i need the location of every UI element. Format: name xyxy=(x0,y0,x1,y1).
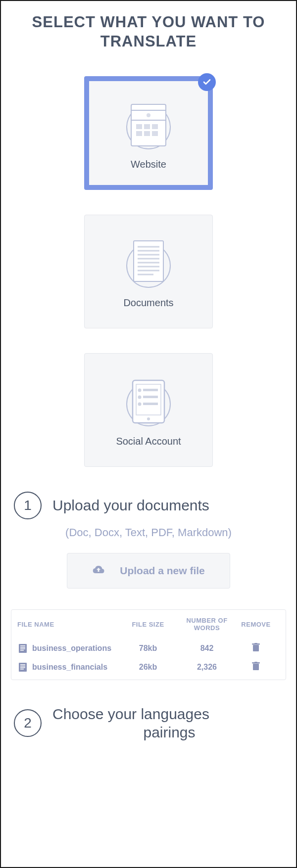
file-words: 842 xyxy=(175,644,239,653)
svg-rect-32 xyxy=(20,645,25,646)
document-icon xyxy=(116,234,181,293)
svg-point-29 xyxy=(138,403,142,406)
svg-rect-33 xyxy=(20,647,25,648)
svg-point-25 xyxy=(138,389,142,392)
file-icon xyxy=(15,662,30,672)
option-website[interactable]: Website xyxy=(84,76,213,190)
trash-icon xyxy=(252,643,260,652)
step-1-header: 1 Upload your documents xyxy=(11,492,286,519)
svg-rect-34 xyxy=(20,648,25,649)
file-words: 2,326 xyxy=(175,663,239,672)
page-title: SELECT WHAT YOU WANT TO TRANSLATE xyxy=(11,13,286,51)
upload-button-label: Upload a new file xyxy=(120,565,205,577)
file-size: 78kb xyxy=(123,644,173,653)
svg-rect-38 xyxy=(254,643,257,644)
col-words: NUMBER OF WORDS xyxy=(175,617,239,632)
file-table-header: FILE NAME FILE SIZE NUMBER OF WORDS REMO… xyxy=(15,617,282,632)
svg-point-24 xyxy=(147,417,150,420)
option-social[interactable]: Social Account xyxy=(84,353,213,467)
col-file-name: FILE NAME xyxy=(15,621,121,628)
svg-rect-43 xyxy=(20,669,24,670)
step-1-number: 1 xyxy=(14,492,42,519)
file-icon xyxy=(15,643,30,653)
file-size: 26kb xyxy=(123,663,173,672)
file-name: business_financials xyxy=(32,663,121,672)
trash-icon xyxy=(252,662,260,671)
svg-rect-10 xyxy=(152,131,158,136)
col-file-size: FILE SIZE xyxy=(123,621,173,628)
file-name: business_operations xyxy=(32,644,121,653)
svg-rect-41 xyxy=(20,666,25,667)
step-2-number: 2 xyxy=(14,709,42,737)
step-1-subtitle: (Doc, Docx, Text, PDF, Markdown) xyxy=(11,526,286,539)
svg-rect-36 xyxy=(253,645,259,651)
option-website-label: Website xyxy=(131,159,166,170)
option-social-label: Social Account xyxy=(116,436,181,447)
option-documents[interactable]: Documents xyxy=(84,215,213,328)
step-2-title-line2: pairings xyxy=(52,723,286,742)
option-documents-label: Documents xyxy=(123,297,173,309)
step-2-header: 2 Choose your languages pairings xyxy=(11,705,286,742)
svg-rect-42 xyxy=(20,667,25,668)
svg-point-27 xyxy=(138,396,142,399)
svg-rect-35 xyxy=(20,650,24,651)
svg-point-3 xyxy=(147,113,150,117)
svg-rect-5 xyxy=(136,124,142,129)
step-1-title: Upload your documents xyxy=(52,497,209,514)
svg-rect-44 xyxy=(253,664,259,670)
upload-button[interactable]: Upload a new file xyxy=(67,553,230,589)
website-icon xyxy=(116,95,181,155)
svg-rect-30 xyxy=(143,403,158,405)
svg-rect-6 xyxy=(144,124,150,129)
table-row: business_financials 26kb 2,326 xyxy=(15,658,282,677)
svg-rect-26 xyxy=(143,389,158,391)
step-2-title: Choose your languages pairings xyxy=(52,705,286,742)
cloud-upload-icon xyxy=(92,564,105,577)
table-row: business_operations 78kb 842 xyxy=(15,639,282,658)
col-remove: REMOVE xyxy=(241,621,271,628)
svg-rect-40 xyxy=(20,664,25,665)
svg-rect-8 xyxy=(136,131,142,136)
svg-rect-9 xyxy=(144,131,150,136)
file-table: FILE NAME FILE SIZE NUMBER OF WORDS REMO… xyxy=(11,609,286,680)
svg-rect-7 xyxy=(152,124,158,129)
remove-button[interactable] xyxy=(241,662,271,673)
check-icon xyxy=(198,73,216,91)
svg-rect-46 xyxy=(254,662,257,663)
remove-button[interactable] xyxy=(241,643,271,654)
step-2-title-line1: Choose your languages xyxy=(52,706,209,722)
tablet-icon xyxy=(116,372,181,432)
svg-rect-28 xyxy=(143,396,158,398)
